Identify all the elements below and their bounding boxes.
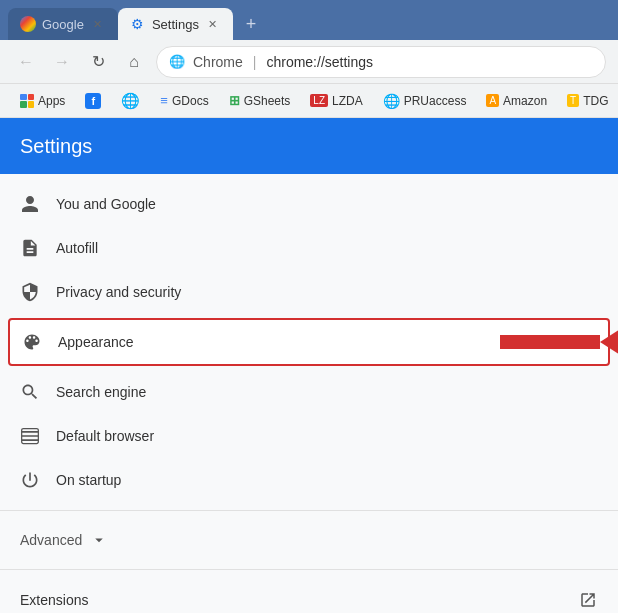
bookmarks-bar: Apps f 🌐 ≡ GDocs ⊞ GSheets LZ LZDA 🌐 PRU… bbox=[0, 84, 618, 118]
home-button[interactable]: ⌂ bbox=[120, 48, 148, 76]
bookmark-tdg-label: TDG bbox=[583, 94, 608, 108]
bookmark-apps-label: Apps bbox=[38, 94, 65, 108]
autofill-label: Autofill bbox=[56, 240, 598, 256]
bookmark-amazon-label: Amazon bbox=[503, 94, 547, 108]
shield-icon bbox=[20, 282, 40, 302]
settings-title: Settings bbox=[20, 135, 92, 158]
bookmark-lzda-label: LZDA bbox=[332, 94, 363, 108]
apps-icon bbox=[20, 94, 34, 108]
power-icon bbox=[20, 470, 40, 490]
autofill-icon bbox=[20, 238, 40, 258]
amazon-icon: A bbox=[486, 94, 499, 107]
forward-button[interactable]: → bbox=[48, 48, 76, 76]
facebook-icon: f bbox=[85, 93, 101, 109]
browser-icon bbox=[20, 426, 40, 446]
address-bar[interactable]: 🌐 Chrome | chrome://settings bbox=[156, 46, 606, 78]
gsheets-icon: ⊞ bbox=[229, 93, 240, 108]
pruaccess-icon: 🌐 bbox=[383, 93, 400, 109]
appearance-label: Appearance bbox=[58, 334, 596, 350]
gdocs-icon: ≡ bbox=[160, 93, 168, 108]
bookmark-lzda[interactable]: LZ LZDA bbox=[302, 91, 370, 111]
settings-item-appearance[interactable]: Appearance bbox=[8, 318, 610, 366]
bookmark-tdg[interactable]: T TDG bbox=[559, 91, 616, 111]
settings-item-search-engine[interactable]: Search engine bbox=[0, 370, 618, 414]
settings-item-autofill[interactable]: Autofill bbox=[0, 226, 618, 270]
bookmark-gsheets-label: GSheets bbox=[244, 94, 291, 108]
settings-item-advanced[interactable]: Advanced bbox=[0, 519, 618, 561]
search-icon bbox=[20, 382, 40, 402]
person-icon bbox=[20, 194, 40, 214]
tab-google-close[interactable]: ✕ bbox=[90, 16, 106, 32]
bookmark-pruaccess[interactable]: 🌐 PRUaccess bbox=[375, 90, 475, 112]
advanced-label: Advanced bbox=[20, 532, 82, 548]
privacy-label: Privacy and security bbox=[56, 284, 598, 300]
tab-bar: Google ✕ ⚙ Settings ✕ + bbox=[0, 0, 618, 40]
settings-item-default-browser[interactable]: Default browser bbox=[0, 414, 618, 458]
google-favicon-icon bbox=[20, 16, 36, 32]
bookmark-gdocs[interactable]: ≡ GDocs bbox=[152, 90, 216, 111]
bookmark-apps[interactable]: Apps bbox=[12, 91, 73, 111]
extensions-label: Extensions bbox=[20, 592, 562, 608]
settings-favicon-icon: ⚙ bbox=[130, 16, 146, 32]
dropdown-icon bbox=[90, 531, 108, 549]
lzda-icon: LZ bbox=[310, 94, 328, 107]
tab-settings-label: Settings bbox=[152, 17, 199, 32]
bookmark-globe[interactable]: 🌐 bbox=[113, 89, 148, 113]
back-button[interactable]: ← bbox=[12, 48, 40, 76]
bookmark-facebook[interactable]: f bbox=[77, 90, 109, 112]
search-engine-label: Search engine bbox=[56, 384, 598, 400]
bookmark-amazon[interactable]: A Amazon bbox=[478, 91, 555, 111]
bookmark-pruaccess-label: PRUaccess bbox=[404, 94, 467, 108]
address-lock-icon: 🌐 bbox=[169, 54, 185, 69]
settings-item-privacy[interactable]: Privacy and security bbox=[0, 270, 618, 314]
reload-button[interactable]: ↻ bbox=[84, 48, 112, 76]
tab-settings[interactable]: ⚙ Settings ✕ bbox=[118, 8, 233, 40]
tdg-icon: T bbox=[567, 94, 579, 107]
new-tab-button[interactable]: + bbox=[237, 10, 265, 38]
divider-2 bbox=[0, 569, 618, 570]
external-link-icon bbox=[578, 590, 598, 610]
tab-settings-close[interactable]: ✕ bbox=[205, 16, 221, 32]
divider-1 bbox=[0, 510, 618, 511]
palette-icon bbox=[22, 332, 42, 352]
settings-item-on-startup[interactable]: On startup bbox=[0, 458, 618, 502]
settings-item-extensions[interactable]: Extensions bbox=[0, 578, 618, 613]
nav-bar: ← → ↻ ⌂ 🌐 Chrome | chrome://settings bbox=[0, 40, 618, 84]
tab-google[interactable]: Google ✕ bbox=[8, 8, 118, 40]
tab-google-label: Google bbox=[42, 17, 84, 32]
address-separator: | bbox=[253, 54, 257, 70]
bookmark-gsheets[interactable]: ⊞ GSheets bbox=[221, 90, 299, 111]
globe-icon: 🌐 bbox=[121, 92, 140, 110]
settings-header: Settings bbox=[0, 118, 618, 174]
address-domain: Chrome bbox=[193, 54, 243, 70]
settings-list: You and Google Autofill Privacy and secu… bbox=[0, 174, 618, 613]
settings-content: You and Google Autofill Privacy and secu… bbox=[0, 174, 618, 613]
on-startup-label: On startup bbox=[56, 472, 598, 488]
you-and-google-label: You and Google bbox=[56, 196, 598, 212]
bookmark-gdocs-label: GDocs bbox=[172, 94, 209, 108]
address-path: chrome://settings bbox=[266, 54, 373, 70]
settings-item-you-and-google[interactable]: You and Google bbox=[0, 182, 618, 226]
default-browser-label: Default browser bbox=[56, 428, 598, 444]
